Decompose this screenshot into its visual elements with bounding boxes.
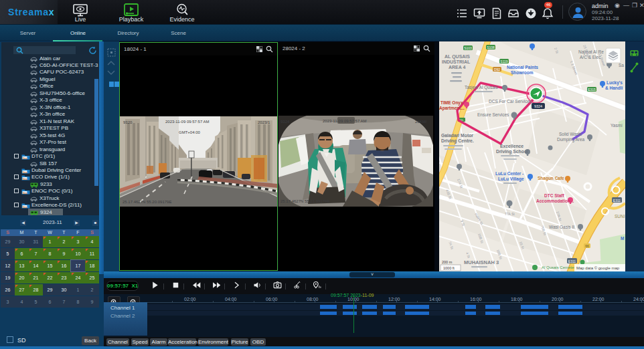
svg-text:1000 ft: 1000 ft (443, 266, 455, 270)
svg-text:77A St: 77A St (505, 212, 515, 216)
svg-text:Lucky's: Lucky's (607, 80, 623, 86)
svg-text:25.17.4627N 55.21.99179E: 25.17.4627N 55.21.99179E (280, 199, 329, 203)
svg-text:Ensure Services: Ensure Services (477, 112, 509, 117)
svg-text:E315: E315 (588, 88, 596, 92)
svg-text:Apartment...: Apartment... (439, 106, 465, 111)
svg-text:9324: 9324 (534, 104, 542, 108)
svg-text:9320: 9320 (123, 120, 133, 124)
svg-text:Geo: Geo (23, 192, 28, 195)
svg-text:E311: E311 (568, 259, 576, 263)
svg-text:LuLu Village: LuLu Village (498, 177, 524, 182)
svg-text:Geo: Geo (23, 206, 28, 209)
svg-text:Showroom: Showroom (511, 70, 534, 75)
svg-text:AREA 4: AREA 4 (449, 65, 466, 70)
svg-text:Geo: Geo (23, 171, 28, 174)
svg-text:MUHAISNAH 3: MUHAISNAH 3 (464, 259, 499, 265)
svg-text:Dumping Area: Dumping Area (557, 137, 585, 142)
svg-text:Map data © google map: Map data © google map (576, 266, 620, 270)
svg-text:Geo: Geo (23, 178, 28, 181)
svg-text:SUNI: SUNI (615, 214, 625, 219)
svg-text:E311: E311 (613, 199, 621, 203)
svg-text:200 m: 200 m (442, 260, 453, 264)
svg-text:S119: S119 (500, 60, 508, 64)
svg-text:DTC Staff: DTC Staff (544, 193, 564, 198)
svg-text:Geo: Geo (23, 157, 28, 160)
svg-text:Driving School: Driving School (496, 149, 528, 154)
svg-text:2023-11-09 09:57:57 AM: 2023-11-09 09:57:57 AM (323, 119, 367, 123)
svg-text:Excellence: Excellence (500, 144, 524, 148)
svg-text:INDUSTRIAL: INDUSTRIAL (442, 60, 471, 64)
svg-text:66: 66 (585, 244, 589, 248)
svg-text:AL QUSAIS: AL QUSAIS (445, 54, 470, 60)
svg-text:Shagun Cafe: Shagun Cafe (538, 176, 564, 181)
svg-text:Driving Centre.: Driving Centre. (441, 138, 474, 144)
svg-text:Al Qusais Cemetery: Al Qusais Cemetery (542, 265, 577, 269)
svg-text:Solid Waste: Solid Waste (559, 132, 582, 136)
svg-text:D92: D92 (494, 68, 500, 72)
svg-text:S108: S108 (487, 45, 495, 49)
svg-text:GMT+04:00: GMT+04:00 (179, 130, 201, 134)
svg-text:M: M (621, 236, 624, 241)
svg-text:Galadari Motor: Galadari Motor (441, 133, 473, 138)
svg-text:Tasjeel Al Qusais: Tasjeel Al Qusais (465, 85, 498, 90)
svg-text:S103: S103 (464, 46, 472, 50)
svg-text:National Paints: National Paints (507, 65, 538, 70)
svg-text:20KM/: 20KM/ (415, 120, 427, 124)
svg-text:2023/1: 2023/1 (258, 120, 270, 124)
svg-text:Accommodation...: Accommodation... (536, 199, 574, 203)
svg-text:2023-11-09 09:57:57 AM: 2023-11-09 09:57:57 AM (165, 120, 210, 124)
svg-text:LuLu Center -: LuLu Center - (495, 171, 524, 176)
svg-text:DCS For Car Services: DCS For Car Services (489, 99, 532, 104)
svg-text:9324: 9324 (280, 120, 290, 124)
svg-text:25.17.4627N 55.20.09179E: 25.17.4627N 55.20.09179E (123, 200, 171, 204)
svg-text:& Handli: & Handli (605, 86, 623, 90)
svg-text:TIME Onyx: TIME Onyx (440, 100, 463, 106)
svg-text:Yasmi: Yasmi (611, 123, 623, 128)
svg-text:Wasl Oasis II: Wasl Oasis II (549, 225, 574, 229)
svg-text:Sa: Sa (619, 63, 624, 68)
